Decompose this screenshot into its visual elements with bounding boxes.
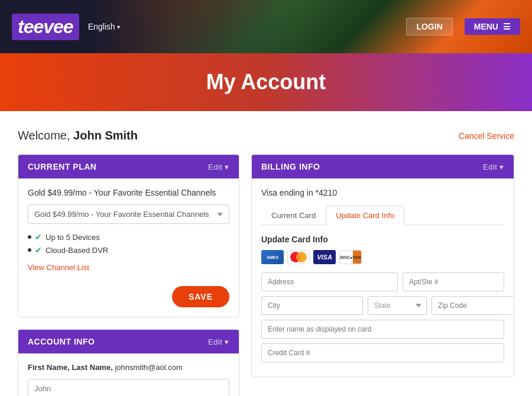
visa-logo: VISA xyxy=(313,250,336,264)
visa-text: VISA xyxy=(317,254,332,261)
address-row xyxy=(261,272,504,291)
account-info-header: ACCOUNT INFO Edit ▾ xyxy=(18,330,239,353)
billing-info-card: BILLING INFO Edit ▾ Visa ending in *4210… xyxy=(251,154,514,377)
plan-description: Gold $49.99/mo - Your Favorite Essential… xyxy=(28,188,229,197)
apt-input[interactable] xyxy=(403,272,504,291)
account-info-edit[interactable]: Edit ▾ xyxy=(208,337,229,346)
chevron-down-icon: ▾ xyxy=(117,24,120,30)
billing-tabs: Current Card Update Card Info xyxy=(261,206,504,225)
visa-info: Visa ending in *4210 xyxy=(261,188,504,197)
city-input[interactable] xyxy=(261,296,363,315)
check-icon: ✔ xyxy=(35,245,42,255)
account-name-row: First Name, Last Name, johnsmith@aol.com xyxy=(28,363,229,372)
hamburger-icon: ☰ xyxy=(503,22,511,31)
current-plan-title: CURRENT PLAN xyxy=(28,162,96,171)
account-info-body: First Name, Last Name, johnsmith@aol.com xyxy=(18,353,239,396)
billing-info-edit[interactable]: Edit ▾ xyxy=(483,163,504,171)
plan-select[interactable]: Gold $49.99/mo - Your Favorite Essential… xyxy=(28,205,229,224)
view-channel-list-link[interactable]: View Channel List xyxy=(28,263,229,272)
update-card-title: Update Card Info xyxy=(261,235,504,244)
credit-card-input[interactable] xyxy=(261,343,504,362)
zip-input[interactable] xyxy=(432,296,514,315)
address-input[interactable] xyxy=(261,272,398,291)
cancel-service-link[interactable]: Cancel Service xyxy=(459,131,514,141)
site-logo[interactable]: teevee xyxy=(12,14,79,40)
amex-logo: AMEX xyxy=(261,250,284,264)
check-icon: ✔ xyxy=(35,232,42,242)
welcome-row: Welcome, John Smith Cancel Service xyxy=(18,129,514,142)
city-state-zip-row: State xyxy=(261,296,504,315)
header: teevee English ▾ LOGIN MENU ☰ xyxy=(0,0,532,53)
mc-circles xyxy=(290,252,307,262)
account-info-title: ACCOUNT INFO xyxy=(28,337,95,346)
current-plan-body: Gold $49.99/mo - Your Favorite Essential… xyxy=(18,178,239,317)
welcome-prefix: Welcome, xyxy=(18,129,73,142)
welcome-message: Welcome, John Smith xyxy=(18,129,138,142)
list-item: ✔ Up to 5 Devices xyxy=(28,232,229,242)
current-plan-header: CURRENT PLAN Edit ▾ xyxy=(18,155,239,178)
save-button[interactable]: SAVE xyxy=(172,286,229,307)
bullet-icon xyxy=(28,248,31,252)
plan-features-list: ✔ Up to 5 Devices ✔ Cloud-Based DVR xyxy=(28,232,229,255)
user-name: John Smith xyxy=(73,129,138,142)
account-name-label: First Name, Last Name, xyxy=(28,363,115,372)
feature-devices: Up to 5 Devices xyxy=(46,233,100,242)
state-select[interactable]: State xyxy=(368,296,427,315)
header-nav: LOGIN MENU ☰ xyxy=(406,18,520,35)
tab-update-card[interactable]: Update Card Info xyxy=(326,206,404,225)
current-plan-card: CURRENT PLAN Edit ▾ Gold $49.99/mo - You… xyxy=(18,154,239,317)
billing-info-header: BILLING INFO Edit ▾ xyxy=(252,155,514,178)
bullet-icon xyxy=(28,235,31,239)
discover-text: DISC●VER xyxy=(340,255,361,259)
billing-info-body: Visa ending in *4210 Current Card Update… xyxy=(252,178,514,376)
discover-logo: DISC●VER xyxy=(339,250,362,264)
page-banner: My Account xyxy=(0,53,532,111)
card-logos: AMEX VISA DISC●VER xyxy=(261,250,504,264)
name-on-card-input[interactable] xyxy=(261,320,504,339)
account-email: johnsmith@aol.com xyxy=(115,363,182,372)
first-name-input[interactable] xyxy=(28,379,229,396)
login-button[interactable]: LOGIN xyxy=(406,18,452,35)
account-info-card: ACCOUNT INFO Edit ▾ First Name, Last Nam… xyxy=(18,329,239,396)
language-selector[interactable]: English ▾ xyxy=(88,22,120,31)
list-item: ✔ Cloud-Based DVR xyxy=(28,245,229,255)
right-column: BILLING INFO Edit ▾ Visa ending in *4210… xyxy=(251,154,514,396)
current-plan-edit[interactable]: Edit ▾ xyxy=(208,163,229,171)
amex-text: AMEX xyxy=(267,255,278,259)
main-content: Welcome, John Smith Cancel Service CURRE… xyxy=(0,111,532,396)
feature-dvr: Cloud-Based DVR xyxy=(46,246,108,255)
language-label: English xyxy=(88,22,115,31)
page-title: My Account xyxy=(0,70,532,95)
mc-right-circle xyxy=(296,252,307,262)
menu-label: MENU xyxy=(474,22,498,31)
left-column: CURRENT PLAN Edit ▾ Gold $49.99/mo - You… xyxy=(18,154,239,396)
save-button-row: SAVE xyxy=(28,280,229,307)
mastercard-logo xyxy=(287,250,310,264)
tab-current-card[interactable]: Current Card xyxy=(261,206,326,225)
billing-info-title: BILLING INFO xyxy=(261,162,320,171)
menu-button[interactable]: MENU ☰ xyxy=(465,18,520,35)
two-column-layout: CURRENT PLAN Edit ▾ Gold $49.99/mo - You… xyxy=(18,154,514,396)
